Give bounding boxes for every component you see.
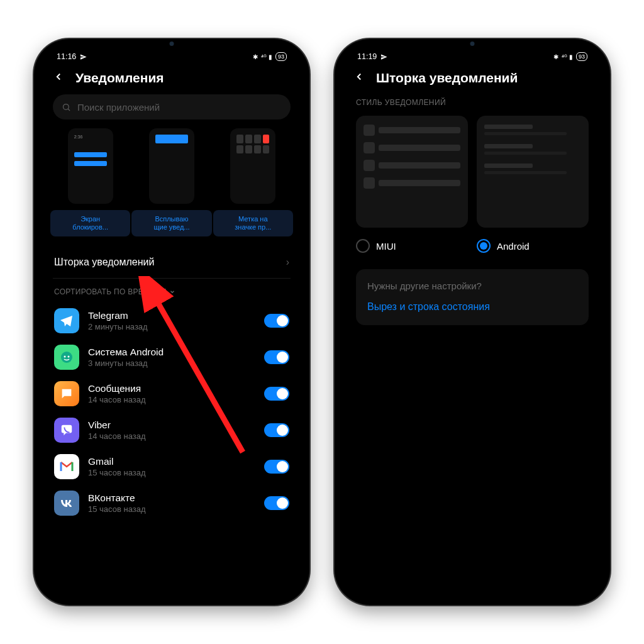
phone-left: 11:16 ✱ ⁴ᴳ ▮ 93 Уведомления Поиск прилож… [34,39,309,605]
app-row[interactable]: Gmail15 часов назад [42,448,302,485]
app-subtitle: 3 минуты назад [88,358,255,368]
notch [444,39,501,49]
status-bar: 11:19 ✱ ⁴ᴳ ▮ 93 [342,47,602,65]
card-floating[interactable]: Всплывающие увед... [134,128,209,236]
app-name: Сообщения [88,383,255,394]
status-time: 11:19 [357,52,377,61]
battery-badge: 93 [576,52,587,61]
app-list: Telegram2 минуты назадСистема Android3 м… [42,303,302,521]
app-icon [54,381,79,406]
notch [143,39,200,49]
app-row[interactable]: Сообщения14 часов назад [42,375,302,412]
network-icon: ⁴ᴳ ▮ [562,53,573,60]
svg-line-1 [68,109,70,111]
row-label: Шторка уведомлений [54,257,154,268]
card-question: Нужны другие настройки? [367,280,577,291]
app-subtitle: 2 минуты назад [88,322,255,331]
app-icon [54,454,79,479]
phone-right: 11:19 ✱ ⁴ᴳ ▮ 93 Шторка уведомлений СТИЛЬ… [335,39,610,605]
app-toggle[interactable] [264,423,289,437]
app-name: Telegram [88,310,255,321]
style-preview-android[interactable] [477,116,589,228]
status-bar: 11:16 ✱ ⁴ᴳ ▮ 93 [42,47,302,65]
svg-point-2 [61,352,72,363]
back-button[interactable] [53,71,64,85]
app-icon [54,418,79,443]
bluetooth-icon: ✱ [553,53,558,60]
radio-android[interactable]: Android [477,239,589,253]
app-name: Gmail [88,456,255,467]
app-name: Система Android [88,347,255,357]
app-subtitle: 15 часов назад [88,504,255,514]
app-toggle[interactable] [264,350,289,364]
status-time: 11:16 [57,52,76,61]
sort-dropdown[interactable]: СОРТИРОВАТЬ ПО ВРЕМЕНИ [42,279,302,303]
app-name: Viber [88,419,255,430]
network-icon: ⁴ᴳ ▮ [261,53,272,60]
app-icon [54,345,79,370]
app-subtitle: 15 часов назад [88,468,255,477]
radio-miui[interactable]: MIUI [356,239,468,253]
page-title: Шторка уведомлений [376,70,518,86]
radio-dot [356,239,370,253]
app-row[interactable]: Система Android3 минуты назад [42,339,302,375]
search-input[interactable]: Поиск приложений [53,94,291,119]
app-toggle[interactable] [264,496,289,510]
cutout-statusbar-link[interactable]: Вырез и строка состояния [367,301,577,313]
battery-badge: 93 [275,52,287,61]
chevron-right-icon: › [286,257,289,268]
app-icon [54,308,79,333]
app-row[interactable]: Telegram2 минуты назад [42,303,302,339]
app-row[interactable]: Viber14 часов назад [42,412,302,448]
telegram-status-icon [80,53,87,60]
telegram-status-icon [380,53,387,60]
app-toggle[interactable] [264,314,289,328]
app-subtitle: 14 часов назад [88,395,255,404]
radio-dot [477,239,491,253]
notification-style-cards: 2:36 Экранблокиров... Всплывающие увед..… [42,128,302,236]
row-notification-shade[interactable]: Шторка уведомлений › [42,247,302,278]
app-row[interactable]: ВКонтакте15 часов назад [42,485,302,521]
search-icon [62,103,71,112]
app-subtitle: 14 часов назад [88,431,255,441]
app-toggle[interactable] [264,387,289,401]
app-toggle[interactable] [264,460,289,474]
more-settings-card: Нужны другие настройки? Вырез и строка с… [356,269,589,325]
section-label: СТИЛЬ УВЕДОМЛЕНИЙ [342,94,602,116]
back-button[interactable] [353,71,365,85]
page-title: Уведомления [75,70,164,86]
app-name: ВКонтакте [88,492,255,503]
app-icon [54,491,79,516]
style-preview-miui[interactable] [356,116,468,228]
card-badge[interactable]: Метка назначке пр... [216,128,291,236]
svg-point-3 [64,356,66,358]
svg-point-0 [64,104,69,109]
svg-point-4 [68,356,70,358]
search-placeholder: Поиск приложений [77,102,160,113]
chevron-down-icon [169,289,175,295]
bluetooth-icon: ✱ [253,53,258,60]
card-lockscreen[interactable]: 2:36 Экранблокиров... [53,128,128,236]
